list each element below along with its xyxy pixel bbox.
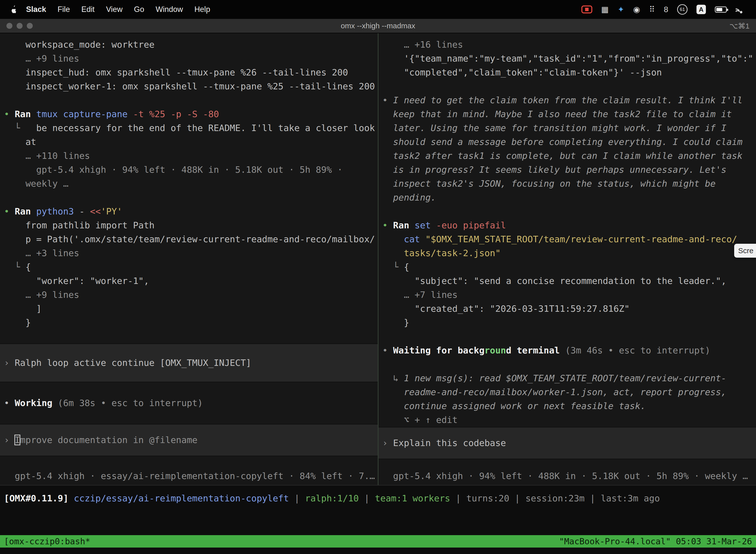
terminal-text: •: [4, 206, 15, 216]
prompt-band[interactable]: › Ralph loop active continue [OMX_TMUX_I…: [0, 343, 378, 382]
prompt-band-text: › Explain this codebase: [378, 436, 506, 450]
terminal-text: task2 after task1 is complete, but can I…: [382, 151, 743, 161]
terminal-line: [0, 330, 378, 343]
terminal-text: … +16 lines: [382, 40, 463, 50]
menu-item-window[interactable]: Window: [150, 5, 189, 14]
terminal-line: … +9 lines: [0, 52, 378, 65]
input-source-icon[interactable]: A: [696, 5, 706, 14]
terminal-text: session:23m: [525, 493, 584, 503]
terminal-area: workspace_mode: worktree … +9 lines insp…: [0, 33, 756, 485]
terminal-text: ]: [4, 303, 42, 314]
terminal-text: •: [4, 398, 15, 408]
window-title-bar: omx --xhigh --madmax ⌥⌘1: [0, 19, 756, 33]
terminal-line: [0, 382, 378, 396]
menu-item-edit[interactable]: Edit: [76, 5, 100, 14]
screen-tooltip: Scre: [734, 244, 756, 258]
terminal-text: inspect_hud: omx sparkshell --tmux-pane …: [4, 67, 348, 77]
terminal-line: • Ran python3 - <<'PY': [0, 205, 378, 218]
terminal-text: }: [4, 318, 31, 328]
terminal-text: Explain this codebase: [393, 438, 506, 448]
terminal-line: ]: [0, 302, 378, 316]
terminal-line: "worker": "worker-1",: [0, 274, 378, 288]
battery-percent-badge[interactable]: 61: [677, 4, 688, 15]
battery-icon[interactable]: [715, 6, 727, 13]
terminal-text: -euo pipefail: [436, 220, 506, 230]
terminal-line: … +9 lines: [0, 288, 378, 302]
menu-item-view[interactable]: View: [100, 5, 128, 14]
circle-app-icon[interactable]: ◉: [633, 5, 640, 14]
menu-item-help[interactable]: Help: [189, 5, 216, 14]
terminal-text: "$OMX_TEAM_STATE_ROOT/team/review-curren…: [425, 234, 737, 244]
terminal-text: inspect task2's JSON, focusing on the st…: [382, 178, 716, 189]
terminal-line: [378, 205, 756, 218]
terminal-text: roun: [485, 345, 506, 355]
terminal-text: └: [4, 262, 25, 272]
prompt-band[interactable]: › Improve documentation in @filename: [0, 424, 378, 456]
terminal-text: 'PY': [101, 206, 122, 216]
terminal-text: weekly …: [4, 178, 68, 189]
traffic-lights: [6, 23, 33, 29]
terminal-text: •: [382, 220, 393, 230]
terminal-text: ›: [4, 358, 15, 368]
terminal-line: • I need to get the claim token from the…: [378, 93, 756, 107]
terminal-line: cat "$OMX_TEAM_STATE_ROOT/team/review-cu…: [378, 232, 756, 246]
pane-status-line: gpt-5.4 xhigh · essay/ai-reimplementatio…: [0, 469, 378, 483]
terminal-line: [378, 79, 756, 93]
terminal-line: from pathlib import Path: [0, 218, 378, 232]
tmux-session-label[interactable]: [omx-cczip0:bash*: [4, 536, 90, 546]
terminal-text: continue assigned work or next feasible …: [382, 401, 646, 411]
wifi-icon[interactable]: [736, 5, 747, 13]
terminal-line: [378, 357, 756, 371]
terminal-pane-right[interactable]: … +16 lines '{"team_name":"my-team","tas…: [378, 33, 756, 485]
eight-app-icon[interactable]: 8: [664, 5, 668, 14]
terminal-text: python3: [36, 206, 79, 216]
terminal-text: … +3 lines: [4, 248, 79, 258]
terminal-text: [68, 493, 74, 503]
terminal-text: tasks/task-2.json": [382, 248, 501, 258]
terminal-text: workspace_mode: worktree: [4, 40, 154, 50]
terminal-text: later. Using the same for transition mig…: [382, 123, 727, 133]
terminal-text: gpt-5.4 xhigh · 94% left · 488K in · 5.1…: [4, 165, 342, 175]
terminal-text: -t %25 -p -S -80: [133, 109, 219, 119]
terminal-text: Ran: [393, 220, 415, 230]
menu-item-file[interactable]: File: [52, 5, 76, 14]
terminal-text: └: [382, 262, 404, 272]
terminal-text: gpt-5.4 xhigh · 94% left · 488K in · 5.1…: [382, 471, 748, 481]
close-button[interactable]: [6, 23, 12, 29]
screen-recording-indicator-icon[interactable]: [581, 5, 592, 13]
terminal-text: -: [79, 206, 90, 216]
prompt-band[interactable]: › Explain this codebase: [378, 427, 756, 459]
dots-grid-icon[interactable]: ⠿: [649, 5, 655, 14]
bottom-spacer: [0, 505, 756, 535]
tmux-host-clock: "MacBook-Pro-44.local" 05:03 31-Mar-26: [559, 536, 752, 546]
menu-item-go[interactable]: Go: [128, 5, 150, 14]
terminal-text: |: [289, 493, 305, 503]
zoom-button[interactable]: [27, 23, 33, 29]
terminal-line: • Waiting for background terminal (3m 46…: [378, 343, 756, 357]
terminal-text: ↳: [382, 373, 404, 383]
terminal-text: at: [4, 137, 36, 147]
terminal-pane-left[interactable]: workspace_mode: worktree … +9 lines insp…: [0, 33, 378, 485]
macos-menu-bar: Slack File Edit View Go Window Help ▦ ✦ …: [0, 0, 756, 19]
terminal-text: "created_at": "2026-03-31T11:59:27.816Z": [382, 303, 630, 314]
terminal-text: •: [4, 109, 15, 119]
menu-item-slack[interactable]: Slack: [20, 5, 52, 14]
terminal-line: pending.: [378, 190, 756, 205]
terminal-line: • Ran tmux capture-pane -t %25 -p -S -80: [0, 107, 378, 121]
terminal-text: … +9 lines: [4, 53, 79, 63]
terminal-text: '{"team_name":"my-team","task_id":"1","f…: [382, 53, 754, 63]
terminal-line: at: [0, 135, 378, 149]
terminal-text: ralph:1/10: [305, 493, 359, 503]
apple-menu-icon[interactable]: [9, 5, 18, 13]
grid-app-icon[interactable]: ▦: [601, 5, 609, 14]
terminal-line: … +16 lines: [378, 38, 756, 52]
blue-app-icon[interactable]: ✦: [618, 5, 624, 14]
minimize-button[interactable]: [17, 23, 22, 29]
terminal-text: |: [450, 493, 466, 503]
terminal-line: inspect task2's JSON, focusing on the st…: [378, 177, 756, 190]
omx-status-line: [OMX#0.11.9] cczip/essay/ai-reimplementa…: [0, 486, 756, 505]
menubar-status-icons: ▦ ✦ ◉ ⠿ 8 61 A: [581, 4, 749, 15]
terminal-text: Working: [15, 398, 58, 408]
terminal-text: … +110 lines: [4, 151, 90, 161]
terminal-line: [378, 330, 756, 343]
